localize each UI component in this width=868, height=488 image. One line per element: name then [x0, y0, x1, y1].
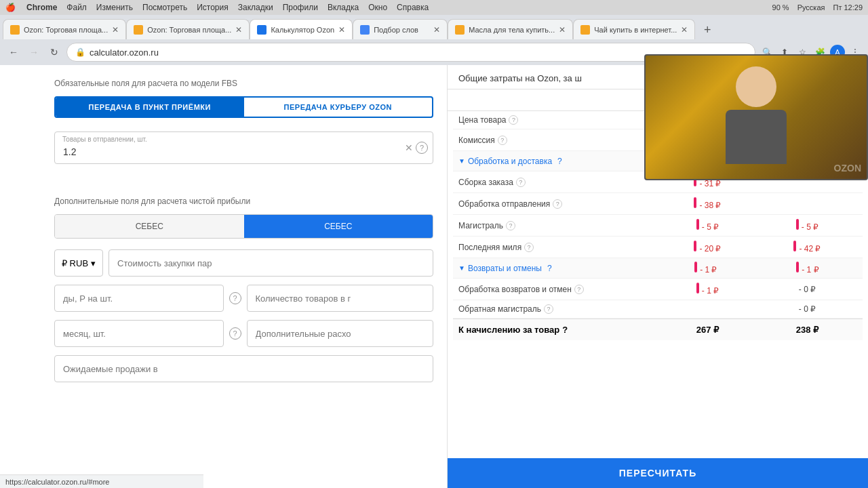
- val-return-process-1: - 1 ₽: [658, 283, 757, 296]
- watermark-text: OZON: [834, 163, 861, 174]
- left-panel: Обязательные поля для расчета по модели …: [0, 65, 448, 488]
- val-total-1: 267 ₽: [658, 325, 757, 335]
- tab-title-1: Ozon: Торговая площа...: [24, 26, 108, 34]
- currency-select[interactable]: ₽ RUB ▾: [54, 249, 103, 277]
- status-bar: https://calculator.ozon.ru/#more: [0, 474, 203, 488]
- tab-close-5[interactable]: ✕: [559, 25, 566, 35]
- val-returns-2: - 1 ₽: [758, 262, 857, 274]
- processing-help-icon[interactable]: ?: [557, 157, 562, 166]
- menu-bookmarks[interactable]: Закладки: [238, 3, 273, 12]
- row-total: К начислению за товар ? 267 ₽ 238 ₽: [453, 319, 863, 340]
- chevron-returns-icon: ▼: [458, 264, 465, 272]
- commission-help-icon[interactable]: ?: [498, 136, 507, 145]
- expected-sales-input[interactable]: [54, 355, 433, 382]
- label-last-mile: Последняя миля ?: [458, 243, 658, 252]
- menu-edit[interactable]: Изменить: [96, 3, 133, 12]
- total-help-icon[interactable]: ?: [562, 325, 568, 335]
- menu-tab[interactable]: Вкладка: [328, 3, 359, 12]
- row-return-process: Обработка возвратов и отмен ? - 1 ₽ - 0 …: [453, 279, 863, 300]
- tab-favicon-1: [10, 25, 20, 35]
- label-return-process: Обработка возвратов и отмен ?: [458, 285, 658, 294]
- delivery-tab-courier[interactable]: ПЕРЕДАЧА КУРЬЕРУ OZON: [244, 98, 433, 117]
- bar-last-mile-2: [793, 241, 796, 251]
- month-qty-help-icon[interactable]: ?: [229, 327, 241, 340]
- label-shipment: Обработка отправления ?: [458, 199, 658, 209]
- purchase-cost-input[interactable]: [108, 249, 433, 277]
- return-highway-help-icon[interactable]: ?: [544, 304, 553, 314]
- bar-highway-1: [696, 219, 699, 230]
- menu-help[interactable]: Справка: [397, 3, 429, 12]
- cost-tab-2[interactable]: СЕБЕС: [244, 215, 433, 238]
- menu-view[interactable]: Посмотреть: [142, 3, 187, 12]
- back-button[interactable]: ←: [5, 44, 22, 60]
- tab-close-4[interactable]: ✕: [433, 25, 440, 35]
- tab-favicon-3: [257, 25, 267, 35]
- forward-button[interactable]: →: [26, 44, 42, 60]
- new-tab-button[interactable]: +: [698, 20, 717, 39]
- label-returns: Возвраты и отмены: [468, 264, 542, 273]
- highway-help-icon[interactable]: ?: [506, 221, 515, 230]
- currency-label: ₽ RUB: [62, 258, 88, 268]
- tab-calculator[interactable]: Калькулятор Ozon ✕: [250, 19, 353, 39]
- tab-close-3[interactable]: ✕: [338, 25, 345, 35]
- currency-chevron-icon: ▾: [91, 258, 96, 268]
- bar-return-process-1: [696, 283, 699, 293]
- tab-title-6: Чай купить в интернет...: [594, 26, 677, 34]
- extra-costs-input[interactable]: [247, 320, 434, 347]
- qty-per-month-input[interactable]: [247, 285, 434, 312]
- bar-returns-1: [694, 262, 697, 272]
- val-highway-1: - 5 ₽: [658, 219, 757, 232]
- price-help-icon[interactable]: ?: [509, 115, 518, 125]
- delivery-tab-point[interactable]: ПЕРЕДАЧА В ПУНКТ ПРИЁМКИ: [56, 98, 244, 117]
- reload-button[interactable]: ↻: [46, 44, 62, 60]
- person-body: [726, 110, 787, 164]
- url-text: calculator.ozon.ru: [90, 47, 159, 58]
- chevron-processing-icon: ▼: [458, 157, 465, 165]
- status-url: https://calculator.ozon.ru/#more: [5, 478, 109, 486]
- return-process-help-icon[interactable]: ?: [574, 285, 584, 294]
- profit-section-label: Дополнительные поля для расчета чистой п…: [54, 197, 433, 206]
- shipment-help-icon[interactable]: ?: [553, 199, 562, 209]
- tab-words[interactable]: Подбор слов ✕: [353, 19, 448, 39]
- section-returns[interactable]: ▼ Возвраты и отмены ? - 1 ₽ - 1 ₽: [453, 258, 863, 279]
- sales-day-input[interactable]: [54, 285, 224, 312]
- sales-day-input-wrap: [54, 285, 224, 312]
- month-qty-input-wrap: [54, 320, 224, 347]
- row-highway: Магистраль ? - 5 ₽ - 5 ₽: [453, 215, 863, 237]
- tab-favicon-5: [455, 25, 465, 35]
- bar-highway-2: [796, 219, 799, 230]
- cost-tab-1[interactable]: СЕБЕС: [55, 215, 244, 238]
- menu-window[interactable]: Окно: [368, 3, 387, 12]
- menu-profiles[interactable]: Профили: [283, 3, 318, 12]
- tab-close-2[interactable]: ✕: [235, 25, 242, 35]
- val-returns-1: - 1 ₽: [656, 262, 755, 274]
- val-highway-2: - 5 ₽: [757, 219, 857, 232]
- tab-close-1[interactable]: ✕: [112, 25, 119, 35]
- items-help-icon[interactable]: ?: [416, 142, 428, 154]
- bar-returns-2: [796, 262, 799, 272]
- tab-ozon2[interactable]: Ozon: Торговая площа... ✕: [126, 19, 250, 39]
- items-input-group: Товары в отправлении, шт. ✕ ?: [54, 131, 433, 164]
- returns-help-icon[interactable]: ?: [547, 264, 552, 273]
- person-head: [736, 66, 776, 107]
- assembly-help-icon[interactable]: ?: [516, 178, 526, 187]
- tab-close-6[interactable]: ✕: [681, 25, 688, 35]
- tab-favicon-4: [360, 25, 370, 35]
- sales-day-help-icon[interactable]: ?: [229, 292, 241, 304]
- menu-file[interactable]: Файл: [66, 3, 87, 12]
- tab-oils[interactable]: Масла для тела купить... ✕: [448, 19, 573, 39]
- tab-ozon1[interactable]: Ozon: Торговая площа... ✕: [3, 19, 126, 39]
- label-processing: Обработка и доставка: [468, 157, 552, 166]
- bar-shipment-1: [694, 197, 696, 208]
- recalc-button[interactable]: ПЕРЕСЧИТАТЬ: [448, 458, 868, 488]
- tab-favicon-2: [134, 25, 143, 35]
- val-return-highway-2: - 0 ₽: [757, 304, 857, 314]
- val-last-mile-1: - 20 ₽: [658, 241, 757, 253]
- menu-history[interactable]: История: [197, 3, 229, 12]
- battery-status: 90 %: [772, 3, 789, 12]
- clear-items-icon[interactable]: ✕: [405, 142, 413, 153]
- tab-tea[interactable]: Чай купить в интернет... ✕: [573, 19, 695, 39]
- last-mile-help-icon[interactable]: ?: [524, 243, 534, 252]
- menu-chrome[interactable]: Chrome: [26, 3, 57, 12]
- month-qty-input[interactable]: [54, 320, 224, 347]
